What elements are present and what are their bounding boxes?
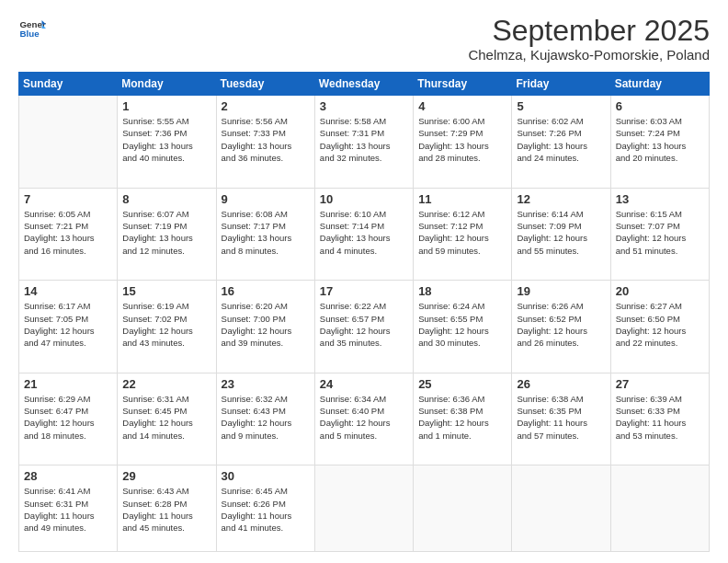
day-number: 27 bbox=[616, 377, 704, 391]
col-thursday: Thursday bbox=[414, 73, 512, 96]
day-info: Sunrise: 6:27 AM Sunset: 6:50 PM Dayligh… bbox=[616, 300, 704, 349]
day-info: Sunrise: 5:56 AM Sunset: 7:33 PM Dayligh… bbox=[222, 115, 310, 164]
day-info: Sunrise: 6:10 AM Sunset: 7:14 PM Dayligh… bbox=[320, 208, 408, 257]
day-number: 8 bbox=[122, 192, 210, 206]
day-info: Sunrise: 6:34 AM Sunset: 6:40 PM Dayligh… bbox=[320, 393, 408, 442]
day-number: 11 bbox=[418, 192, 506, 206]
day-number: 12 bbox=[517, 192, 605, 206]
header-row: Sunday Monday Tuesday Wednesday Thursday… bbox=[19, 73, 710, 96]
day-info: Sunrise: 6:08 AM Sunset: 7:17 PM Dayligh… bbox=[222, 208, 310, 257]
day-number: 22 bbox=[122, 377, 210, 391]
day-cell: 18Sunrise: 6:24 AM Sunset: 6:55 PM Dayli… bbox=[414, 281, 512, 373]
day-cell: 19Sunrise: 6:26 AM Sunset: 6:52 PM Dayli… bbox=[512, 281, 610, 373]
day-number: 3 bbox=[320, 99, 408, 113]
day-info: Sunrise: 6:39 AM Sunset: 6:33 PM Dayligh… bbox=[616, 393, 704, 442]
week-row-4: 21Sunrise: 6:29 AM Sunset: 6:47 PM Dayli… bbox=[19, 373, 710, 465]
logo: General Blue bbox=[18, 15, 50, 42]
day-number: 10 bbox=[320, 192, 408, 206]
day-cell: 5Sunrise: 6:02 AM Sunset: 7:26 PM Daylig… bbox=[512, 96, 610, 189]
col-friday: Friday bbox=[512, 73, 610, 96]
day-cell: 11Sunrise: 6:12 AM Sunset: 7:12 PM Dayli… bbox=[414, 188, 512, 281]
day-number: 28 bbox=[24, 469, 112, 483]
day-info: Sunrise: 6:15 AM Sunset: 7:07 PM Dayligh… bbox=[616, 208, 704, 257]
day-cell: 14Sunrise: 6:17 AM Sunset: 7:05 PM Dayli… bbox=[19, 281, 118, 373]
day-info: Sunrise: 6:14 AM Sunset: 7:09 PM Dayligh… bbox=[517, 208, 605, 257]
week-row-5: 28Sunrise: 6:41 AM Sunset: 6:31 PM Dayli… bbox=[19, 465, 710, 552]
day-number: 30 bbox=[222, 469, 310, 483]
logo-icon: General Blue bbox=[18, 15, 46, 42]
day-info: Sunrise: 5:55 AM Sunset: 7:36 PM Dayligh… bbox=[122, 115, 210, 164]
day-number: 16 bbox=[222, 284, 310, 298]
day-cell: 23Sunrise: 6:32 AM Sunset: 6:43 PM Dayli… bbox=[216, 373, 314, 465]
day-cell: 29Sunrise: 6:43 AM Sunset: 6:28 PM Dayli… bbox=[118, 465, 216, 552]
day-cell: 22Sunrise: 6:31 AM Sunset: 6:45 PM Dayli… bbox=[118, 373, 216, 465]
day-number: 19 bbox=[517, 284, 605, 298]
header: General Blue September 2025 Chelmza, Kuj… bbox=[18, 15, 710, 63]
day-number: 21 bbox=[24, 377, 112, 391]
day-number: 17 bbox=[320, 284, 408, 298]
location-title: Chelmza, Kujawsko-Pomorskie, Poland bbox=[468, 47, 710, 63]
day-cell: 16Sunrise: 6:20 AM Sunset: 7:00 PM Dayli… bbox=[216, 281, 314, 373]
day-number: 29 bbox=[122, 469, 210, 483]
day-info: Sunrise: 6:00 AM Sunset: 7:29 PM Dayligh… bbox=[418, 115, 506, 164]
day-number: 14 bbox=[24, 284, 112, 298]
day-info: Sunrise: 5:58 AM Sunset: 7:31 PM Dayligh… bbox=[320, 115, 408, 164]
col-wednesday: Wednesday bbox=[314, 73, 413, 96]
day-cell: 30Sunrise: 6:45 AM Sunset: 6:26 PM Dayli… bbox=[216, 465, 314, 552]
day-cell: 6Sunrise: 6:03 AM Sunset: 7:24 PM Daylig… bbox=[610, 96, 709, 189]
col-monday: Monday bbox=[118, 73, 216, 96]
day-cell: 10Sunrise: 6:10 AM Sunset: 7:14 PM Dayli… bbox=[314, 188, 413, 281]
day-info: Sunrise: 6:24 AM Sunset: 6:55 PM Dayligh… bbox=[418, 300, 506, 349]
day-cell bbox=[512, 465, 610, 552]
day-info: Sunrise: 6:02 AM Sunset: 7:26 PM Dayligh… bbox=[517, 115, 605, 164]
day-cell: 4Sunrise: 6:00 AM Sunset: 7:29 PM Daylig… bbox=[414, 96, 512, 189]
day-cell bbox=[314, 465, 413, 552]
day-info: Sunrise: 6:17 AM Sunset: 7:05 PM Dayligh… bbox=[24, 300, 112, 349]
day-number: 24 bbox=[320, 377, 408, 391]
day-cell: 9Sunrise: 6:08 AM Sunset: 7:17 PM Daylig… bbox=[216, 188, 314, 281]
day-info: Sunrise: 6:41 AM Sunset: 6:31 PM Dayligh… bbox=[24, 485, 112, 534]
day-cell bbox=[414, 465, 512, 552]
page: General Blue September 2025 Chelmza, Kuj… bbox=[0, 0, 728, 563]
day-number: 5 bbox=[517, 99, 605, 113]
day-info: Sunrise: 6:38 AM Sunset: 6:35 PM Dayligh… bbox=[517, 393, 605, 442]
day-cell: 27Sunrise: 6:39 AM Sunset: 6:33 PM Dayli… bbox=[610, 373, 709, 465]
day-cell: 13Sunrise: 6:15 AM Sunset: 7:07 PM Dayli… bbox=[610, 188, 709, 281]
day-number: 26 bbox=[517, 377, 605, 391]
day-info: Sunrise: 6:29 AM Sunset: 6:47 PM Dayligh… bbox=[24, 393, 112, 442]
day-number: 1 bbox=[122, 99, 210, 113]
day-number: 7 bbox=[24, 192, 112, 206]
day-cell: 15Sunrise: 6:19 AM Sunset: 7:02 PM Dayli… bbox=[118, 281, 216, 373]
col-saturday: Saturday bbox=[610, 73, 709, 96]
day-cell: 8Sunrise: 6:07 AM Sunset: 7:19 PM Daylig… bbox=[118, 188, 216, 281]
day-info: Sunrise: 6:26 AM Sunset: 6:52 PM Dayligh… bbox=[517, 300, 605, 349]
day-cell: 20Sunrise: 6:27 AM Sunset: 6:50 PM Dayli… bbox=[610, 281, 709, 373]
col-tuesday: Tuesday bbox=[216, 73, 314, 96]
day-info: Sunrise: 6:05 AM Sunset: 7:21 PM Dayligh… bbox=[24, 208, 112, 257]
day-number: 4 bbox=[418, 99, 506, 113]
day-cell: 26Sunrise: 6:38 AM Sunset: 6:35 PM Dayli… bbox=[512, 373, 610, 465]
day-cell: 24Sunrise: 6:34 AM Sunset: 6:40 PM Dayli… bbox=[314, 373, 413, 465]
day-number: 6 bbox=[616, 99, 704, 113]
col-sunday: Sunday bbox=[19, 73, 118, 96]
day-info: Sunrise: 6:43 AM Sunset: 6:28 PM Dayligh… bbox=[122, 485, 210, 534]
day-number: 18 bbox=[418, 284, 506, 298]
day-cell bbox=[610, 465, 709, 552]
day-cell: 3Sunrise: 5:58 AM Sunset: 7:31 PM Daylig… bbox=[314, 96, 413, 189]
day-number: 15 bbox=[122, 284, 210, 298]
day-number: 23 bbox=[222, 377, 310, 391]
day-number: 20 bbox=[616, 284, 704, 298]
week-row-3: 14Sunrise: 6:17 AM Sunset: 7:05 PM Dayli… bbox=[19, 281, 710, 373]
day-info: Sunrise: 6:22 AM Sunset: 6:57 PM Dayligh… bbox=[320, 300, 408, 349]
day-info: Sunrise: 6:36 AM Sunset: 6:38 PM Dayligh… bbox=[418, 393, 506, 442]
day-cell: 21Sunrise: 6:29 AM Sunset: 6:47 PM Dayli… bbox=[19, 373, 118, 465]
day-cell: 12Sunrise: 6:14 AM Sunset: 7:09 PM Dayli… bbox=[512, 188, 610, 281]
calendar-table: Sunday Monday Tuesday Wednesday Thursday… bbox=[18, 72, 710, 552]
day-number: 25 bbox=[418, 377, 506, 391]
svg-text:Blue: Blue bbox=[20, 29, 40, 39]
day-info: Sunrise: 6:20 AM Sunset: 7:00 PM Dayligh… bbox=[222, 300, 310, 349]
week-row-1: 1Sunrise: 5:55 AM Sunset: 7:36 PM Daylig… bbox=[19, 96, 710, 189]
day-info: Sunrise: 6:12 AM Sunset: 7:12 PM Dayligh… bbox=[418, 208, 506, 257]
day-info: Sunrise: 6:19 AM Sunset: 7:02 PM Dayligh… bbox=[122, 300, 210, 349]
title-section: September 2025 Chelmza, Kujawsko-Pomorsk… bbox=[468, 15, 710, 63]
